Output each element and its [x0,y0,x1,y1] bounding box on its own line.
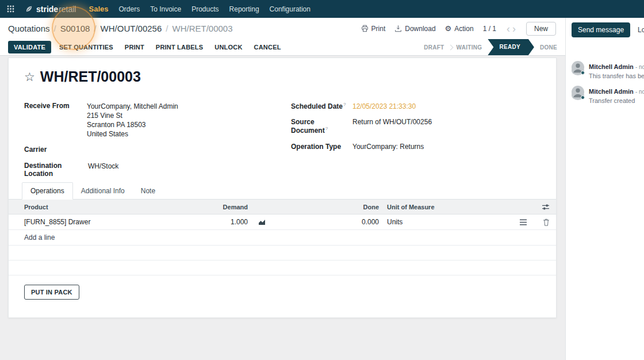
help-marker: ? [325,126,328,131]
forecast-chart-icon[interactable] [258,219,266,225]
field-carrier: Carrier [24,145,277,154]
message-item[interactable]: Mitchell Admin - now This transfer has b… [572,61,644,79]
stage-done[interactable]: DONE [533,44,557,51]
brand-logo[interactable]: stride retail [25,5,76,14]
header-product[interactable]: Product [9,204,198,210]
download-button[interactable]: Download [394,25,435,33]
trash-icon[interactable] [543,219,550,226]
message-list: Mitchell Admin - now This transfer has b… [572,61,644,110]
nav-item-orders[interactable]: Orders [118,5,140,13]
stage-ready[interactable]: READY [488,39,534,55]
cell-product[interactable]: [FURN_8855] Drawer [9,218,198,226]
breadcrumb-wh-out[interactable]: WH/OUT/00256 [101,24,162,33]
field-destination-location: Destination Location WH/Stock [24,162,277,178]
operations-table: Product Demand Done Unit of Measure [9,200,556,275]
main-content: ☆ WH/RET/00003 Receive From YourCompany,… [0,56,565,360]
message-time: - now [635,89,644,95]
record-action-buttons: VALIDATE SET QUANTITIES PRINT PRINT LABE… [8,39,285,55]
log-note-button[interactable]: Log note [638,26,644,34]
unlock-button[interactable]: UNLOCK [211,41,246,53]
set-quantities-button[interactable]: SET QUANTITIES [56,41,117,53]
nav-item-configuration[interactable]: Configuration [270,5,310,13]
validate-button[interactable]: VALIDATE [8,41,51,53]
print-icon [361,25,369,32]
destination-location-value[interactable]: WH/Stock [87,162,118,178]
cell-demand[interactable]: 1.000 [198,218,248,226]
nav-item-reporting[interactable]: Reporting [229,5,259,13]
breadcrumb-separator: / [166,24,168,33]
brand-name-bold: stride [36,5,58,14]
statusbar: DRAFT WAITING READY DONE [417,39,557,55]
cell-done[interactable]: 0.000 [297,218,379,226]
favorite-star-icon[interactable]: ☆ [24,71,35,83]
breadcrumb: Quotations / S00108 / WH/OUT/00256 / WH/… [8,24,233,33]
detailed-operations-icon[interactable] [519,219,527,225]
presence-dot-icon [581,95,585,99]
field-receive-from: Receive From YourCompany, Mitchell Admin… [24,102,277,139]
table-header-row: Product Demand Done Unit of Measure [9,200,556,215]
add-a-line-link[interactable]: Add a line [9,230,556,246]
print-button[interactable]: Print [361,25,386,33]
nav-item-to-invoice[interactable]: To Invoice [150,5,181,13]
download-icon [394,25,402,32]
form-fields-right: Scheduled Date? 12/05/2023 21:33:30 Sour… [291,102,475,159]
header-demand[interactable]: Demand [198,204,248,210]
form-card: ☆ WH/RET/00003 Receive From YourCompany,… [8,58,557,318]
receive-from-country: United States [87,129,178,139]
send-message-button[interactable]: Send message [572,22,630,37]
record-title: WH/RET/00003 [40,68,141,85]
breadcrumb-current: WH/RET/00003 [172,24,232,33]
pager-previous-button[interactable]: ‹ [505,24,511,34]
tab-operations[interactable]: Operations [22,182,73,200]
receive-from-city: Scranton PA 18503 [87,120,178,129]
carrier-label: Carrier [24,145,87,154]
scheduled-date-label: Scheduled Date? [291,102,352,110]
help-marker: ? [343,102,346,107]
control-panel: Quotations / S00108 / WH/OUT/00256 / WH/… [0,18,565,56]
breadcrumb-s00108[interactable]: S00108 [60,24,90,33]
pager-next-button[interactable]: › [511,24,517,34]
message-body: This transfer has be [589,72,644,79]
receive-from-street: 215 Vine St [87,111,178,120]
operation-type-label: Operation Type [291,143,352,151]
operation-type-value[interactable]: YourCompany: Returns [352,142,424,151]
download-label: Download [405,25,435,33]
receive-from-value[interactable]: YourCompany, Mitchell Admin [87,102,178,111]
header-done[interactable]: Done [297,204,379,210]
print-record-button[interactable]: PRINT [121,41,148,53]
form-fields-left: Receive From YourCompany, Mitchell Admin… [24,102,277,178]
control-panel-actions: Print Download ⚙ Action 1 / 1 ‹ › New [361,22,556,36]
pager-value: 1 / 1 [483,25,496,33]
source-document-value[interactable]: Return of WH/OUT/00256 [352,118,432,126]
stage-draft[interactable]: DRAFT [417,44,451,51]
empty-table-row [9,261,556,275]
message-item[interactable]: Mitchell Admin - now Transfer created [572,86,644,104]
nav-item-products[interactable]: Products [191,5,218,13]
receive-from-label: Receive From [24,102,87,139]
table-row: [FURN_8855] Drawer 1.000 0.000 Units [9,215,556,230]
optional-columns-icon[interactable] [542,204,550,210]
cell-unit-of-measure[interactable]: Units [379,218,512,226]
tab-additional-info[interactable]: Additional Info [73,183,133,199]
brand-leaf-icon [25,5,33,13]
breadcrumb-separator: / [54,24,56,33]
put-in-pack-button[interactable]: PUT IN PACK [24,285,79,300]
print-labels-button[interactable]: PRINT LABELS [152,41,206,53]
scheduled-date-value[interactable]: 12/05/2023 21:33:30 [352,102,416,110]
action-menu-button[interactable]: ⚙ Action [445,25,474,33]
tab-note[interactable]: Note [133,183,163,199]
notebook-tabs: Operations Additional Info Note [9,182,556,200]
message-author: Mitchell Admin [589,88,634,95]
header-unit-of-measure[interactable]: Unit of Measure [379,204,512,210]
stage-waiting[interactable]: WAITING [450,44,489,51]
new-button[interactable]: New [526,22,556,36]
cancel-button[interactable]: CANCEL [251,41,285,53]
apps-grid-icon[interactable] [7,5,14,13]
empty-table-row [9,246,556,261]
field-scheduled-date: Scheduled Date? 12/05/2023 21:33:30 [291,102,475,110]
action-label: Action [454,25,473,33]
nav-item-sales[interactable]: Sales [89,5,108,13]
message-time: - now [635,64,644,70]
field-operation-type: Operation Type YourCompany: Returns [291,142,475,151]
breadcrumb-quotations[interactable]: Quotations [8,24,50,33]
